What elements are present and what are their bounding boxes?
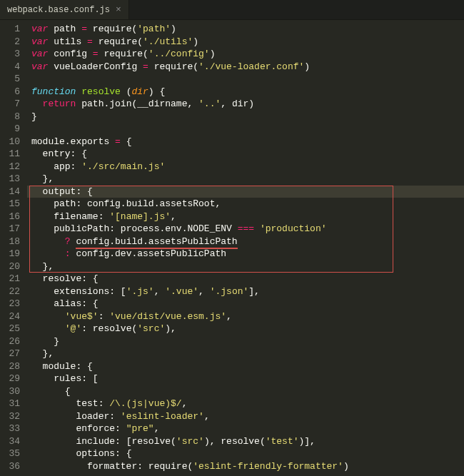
token: enforce: bbox=[76, 423, 126, 434]
code-line[interactable]: var path = require('path') bbox=[31, 23, 464, 36]
code-line[interactable]: rules: [ bbox=[31, 373, 464, 385]
code-line[interactable]: include: [resolve('src'), resolve('test'… bbox=[31, 435, 464, 448]
code-line[interactable]: options: { bbox=[31, 447, 464, 460]
token: app: bbox=[54, 161, 81, 172]
token: utils bbox=[48, 36, 87, 47]
token: ), bbox=[165, 323, 176, 334]
token: config.dev.assetsPublicPath bbox=[71, 248, 226, 259]
code-line[interactable]: resolve: { bbox=[31, 273, 464, 285]
code-line[interactable]: test: /\.(js|vue)$/, bbox=[31, 397, 464, 410]
token: = bbox=[93, 49, 99, 59]
token: require( bbox=[87, 24, 137, 34]
code-line[interactable]: formatter: require('eslint-friendly-form… bbox=[31, 460, 464, 473]
line-number: 17 bbox=[0, 223, 20, 236]
token: : resolve( bbox=[81, 323, 137, 334]
code-line[interactable]: { bbox=[31, 385, 464, 398]
token: 'src' bbox=[137, 323, 165, 334]
code-line[interactable]: ? config.build.assetsPublicPath bbox=[31, 236, 464, 248]
token: === bbox=[238, 223, 254, 234]
code-area[interactable]: var path = require('path')var utils = re… bbox=[27, 20, 464, 476]
code-line[interactable]: }, bbox=[31, 348, 464, 360]
token: ? bbox=[65, 236, 71, 247]
tab-title: webpack.base.conf.js bbox=[7, 5, 110, 15]
code-line[interactable]: extensions: ['.js', '.vue', '.json'], bbox=[31, 285, 464, 298]
token: '[name].js' bbox=[109, 211, 171, 222]
token: require( bbox=[99, 49, 148, 59]
code-line[interactable]: output: { bbox=[31, 186, 464, 198]
line-number: 5 bbox=[0, 73, 20, 86]
token: function bbox=[31, 86, 76, 97]
token: ], bbox=[248, 286, 260, 297]
token: ) bbox=[304, 61, 310, 72]
code-line[interactable]: entry: { bbox=[31, 148, 464, 161]
code-line[interactable]: path: config.build.assetsRoot, bbox=[31, 198, 464, 211]
token: require( bbox=[93, 36, 143, 47]
code-line[interactable]: publicPath: process.env.NODE_ENV === 'pr… bbox=[31, 223, 464, 236]
code-line[interactable]: var config = require('../config') bbox=[31, 48, 464, 61]
line-number: 36 bbox=[0, 460, 20, 473]
token: 'src' bbox=[176, 436, 204, 447]
tab-active[interactable]: webpack.base.conf.js × bbox=[0, 0, 129, 19]
code-line[interactable]: enforce: "pre", bbox=[31, 422, 464, 435]
token: }, bbox=[43, 348, 54, 359]
token: var bbox=[31, 49, 48, 59]
line-number: 20 bbox=[0, 260, 20, 273]
token: = bbox=[115, 136, 121, 147]
token: vueLoaderConfig bbox=[48, 61, 143, 72]
token: formatter: require( bbox=[87, 461, 193, 472]
code-line[interactable]: module.exports = { bbox=[31, 136, 464, 148]
code-line[interactable]: app: './src/main.js' bbox=[31, 161, 464, 173]
token: require( bbox=[148, 61, 198, 72]
code-line[interactable]: alias: { bbox=[31, 298, 464, 310]
code-line[interactable]: } bbox=[31, 335, 464, 348]
token: extensions: [ bbox=[54, 286, 126, 297]
code-line[interactable]: : config.dev.assetsPublicPath bbox=[31, 248, 464, 260]
line-number: 27 bbox=[0, 348, 20, 360]
token: dir bbox=[131, 86, 148, 97]
line-number: 19 bbox=[0, 248, 20, 260]
line-number: 25 bbox=[0, 323, 20, 335]
line-number: 2 bbox=[0, 36, 20, 49]
token: , dir) bbox=[221, 98, 254, 109]
token: 'eslint-loader' bbox=[121, 411, 204, 422]
line-number: 26 bbox=[0, 335, 20, 348]
line-number: 15 bbox=[0, 198, 20, 211]
code-line[interactable] bbox=[31, 73, 464, 86]
token: '.js' bbox=[126, 286, 154, 297]
token: '../config' bbox=[148, 49, 210, 59]
line-number: 1 bbox=[0, 23, 20, 36]
editor[interactable]: 1234567891011121314151617181920212223242… bbox=[0, 20, 464, 476]
line-number: 18 bbox=[0, 236, 20, 248]
line-number: 13 bbox=[0, 173, 20, 186]
line-number: 11 bbox=[0, 148, 20, 161]
code-line[interactable]: return path.join(__dirname, '..', dir) bbox=[31, 98, 464, 111]
token: , bbox=[204, 411, 210, 422]
code-line[interactable]: module: { bbox=[31, 360, 464, 373]
code-line[interactable]: 'vue$': 'vue/dist/vue.esm.js', bbox=[31, 310, 464, 323]
line-number: 30 bbox=[0, 385, 20, 398]
code-line[interactable]: filename: '[name].js', bbox=[31, 211, 464, 223]
token: , bbox=[226, 311, 232, 322]
token: : bbox=[65, 248, 71, 259]
token: loader: bbox=[76, 411, 120, 422]
line-number: 22 bbox=[0, 285, 20, 298]
code-line[interactable]: loader: 'eslint-loader', bbox=[31, 410, 464, 423]
code-line[interactable]: var vueLoaderConfig = require('./vue-loa… bbox=[31, 61, 464, 74]
token: module: { bbox=[43, 361, 93, 372]
close-icon[interactable]: × bbox=[116, 5, 121, 14]
code-line[interactable]: function resolve (dir) { bbox=[31, 86, 464, 98]
code-line[interactable]: '@': resolve('src'), bbox=[31, 323, 464, 335]
token: test: bbox=[76, 398, 109, 409]
code-line[interactable]: }, bbox=[31, 173, 464, 186]
line-number: 21 bbox=[0, 273, 20, 285]
code-line[interactable]: var utils = require('./utils') bbox=[31, 36, 464, 49]
token: } bbox=[54, 336, 59, 347]
line-number: 4 bbox=[0, 61, 20, 74]
code-line[interactable]: }, bbox=[31, 260, 464, 273]
token: './vue-loader.conf' bbox=[198, 61, 304, 72]
code-line[interactable]: } bbox=[31, 111, 464, 123]
token: , bbox=[154, 423, 160, 434]
code-line[interactable] bbox=[31, 123, 464, 136]
token: }, bbox=[43, 261, 54, 272]
token: entry: { bbox=[43, 148, 87, 159]
